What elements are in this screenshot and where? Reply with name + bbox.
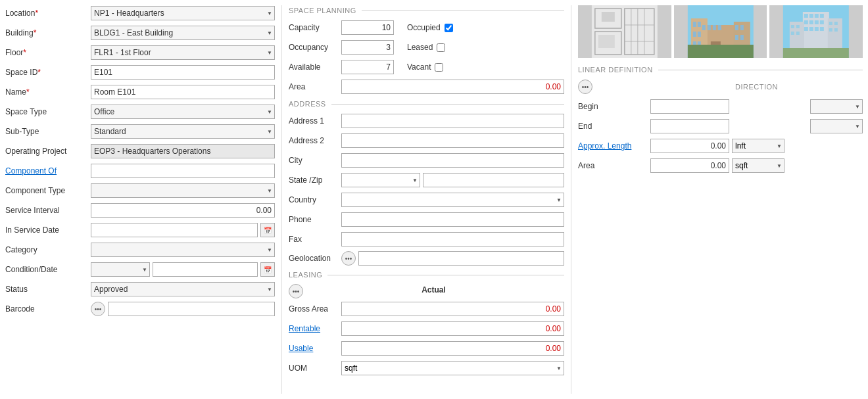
svg-rect-20 [718,25,721,30]
usable-label[interactable]: Usable [289,344,341,353]
floor-select-wrapper[interactable]: FLR1 - 1st Floor [91,45,275,60]
vacant-label: Vacant [407,62,431,72]
service-interval-input[interactable] [91,203,275,218]
building2-image[interactable] [769,5,863,58]
begin-dir-select-wrapper[interactable] [810,99,863,114]
address1-label: Address 1 [289,116,341,126]
sp-area-input[interactable] [341,80,564,94]
sp-area-row: Area [289,79,564,95]
barcode-input[interactable] [108,302,275,316]
sub-type-select[interactable]: Standard [91,124,275,139]
condition-calendar-icon[interactable]: 📅 [260,262,275,277]
approx-length-input[interactable] [650,139,729,153]
component-of-row: Component Of [5,163,275,179]
category-select-wrapper[interactable] [91,243,275,257]
floorplan-image[interactable] [578,5,671,58]
floor-select[interactable]: FLR1 - 1st Floor [91,45,275,60]
building-select[interactable]: BLDG1 - East Building [91,26,275,40]
begin-label: Begin [578,102,650,111]
operating-project-input[interactable] [91,144,275,158]
occupancy-row: Occupancy Leased [289,39,564,55]
in-service-date-input[interactable] [91,223,258,237]
leasing-title: LEASING [289,271,322,279]
state-select-wrapper[interactable] [341,173,420,187]
end-input[interactable] [650,119,729,133]
country-select-wrapper[interactable] [341,193,564,207]
condition-date-input[interactable] [153,262,258,277]
space-id-input[interactable] [91,65,275,80]
available-input[interactable] [341,60,394,74]
svg-rect-41 [815,20,819,24]
condition-select-wrapper[interactable] [91,262,150,277]
component-type-select-wrapper[interactable] [91,183,275,198]
svg-rect-49 [791,32,794,35]
condition-select[interactable] [91,262,150,277]
begin-input[interactable] [650,99,729,114]
barcode-more-button[interactable]: ••• [91,302,105,316]
capacity-input[interactable] [341,20,394,35]
space-type-select-wrapper[interactable]: Office [91,105,275,119]
component-type-select[interactable] [91,183,275,198]
geolocation-input[interactable] [358,251,564,266]
leasing-more-button[interactable]: ••• [289,284,303,298]
category-select[interactable] [91,243,275,257]
capacity-row: Capacity Occupied [289,20,564,35]
svg-rect-46 [820,27,824,31]
in-service-date-calendar-icon[interactable]: 📅 [260,223,275,237]
uom-select[interactable]: sqft [341,361,564,375]
address2-input[interactable] [341,133,564,148]
vacant-checkbox[interactable] [435,63,443,72]
uom-select-wrapper[interactable]: sqft [341,361,564,375]
location-select-wrapper[interactable]: NP1 - Headquarters [91,6,275,20]
building1-image[interactable] [674,5,767,58]
linear-definition-more-button[interactable]: ••• [578,80,592,94]
approx-length-unit-select[interactable]: lnft [732,139,784,153]
gross-area-input[interactable] [341,302,564,316]
ld-area-unit-select[interactable]: sqft [732,158,784,173]
location-select[interactable]: NP1 - Headquarters [91,6,275,20]
space-planning-title: SPACE PLANNING [289,7,356,14]
rentable-label[interactable]: Rentable [289,324,341,333]
usable-input[interactable] [341,341,564,356]
geolocation-more-button[interactable]: ••• [341,251,356,266]
usable-row: Usable [289,340,564,356]
city-row: City [289,153,564,168]
begin-dir-select[interactable] [810,99,863,114]
zip-input[interactable] [423,173,564,187]
rentable-input[interactable] [341,321,564,336]
image-strip [578,5,863,58]
status-select-wrapper[interactable]: Approved [91,282,275,296]
end-label: End [578,122,650,131]
building-select-wrapper[interactable]: BLDG1 - East Building [91,26,275,40]
city-input[interactable] [341,153,564,168]
middle-panel: SPACE PLANNING Capacity Occupied Occupan… [281,5,571,394]
occupancy-input[interactable] [341,40,394,55]
space-type-select[interactable]: Office [91,105,275,119]
component-of-link[interactable]: Component Of [5,166,57,176]
svg-rect-47 [791,25,794,28]
country-select[interactable] [341,193,564,207]
sub-type-select-wrapper[interactable]: Standard [91,124,275,139]
svg-rect-39 [804,20,808,24]
occupied-group: Occupied [407,23,453,32]
component-of-input[interactable] [91,164,275,178]
address1-input[interactable] [341,114,564,128]
ld-area-input[interactable] [650,158,729,173]
capacity-label: Capacity [289,23,341,32]
svg-rect-54 [834,28,838,32]
end-dir-select[interactable] [810,119,863,133]
name-input[interactable] [91,85,275,99]
fax-input[interactable] [341,232,564,246]
svg-rect-27 [735,35,738,40]
state-select[interactable] [341,173,420,187]
ld-area-unit-wrapper[interactable]: sqft [732,158,784,173]
svg-rect-52 [834,22,838,25]
svg-rect-22 [698,32,701,37]
status-select[interactable]: Approved [91,282,275,296]
approx-length-unit-wrapper[interactable]: lnft [732,139,784,153]
phone-input[interactable] [341,212,564,227]
leased-checkbox[interactable] [437,43,445,52]
svg-rect-38 [820,14,824,18]
end-dir-select-wrapper[interactable] [810,119,863,133]
occupied-checkbox[interactable] [445,24,453,32]
